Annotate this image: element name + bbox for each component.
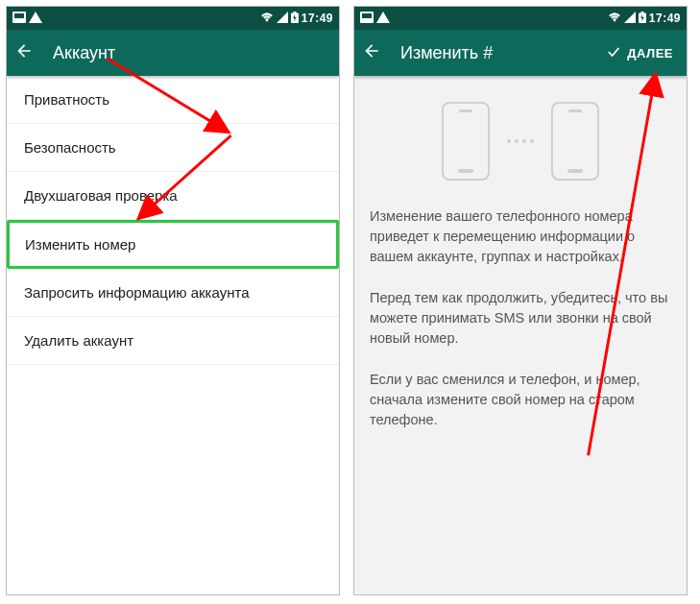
settings-list: ПриватностьБезопасностьДвухшаговая прове… [7, 76, 339, 594]
battery-icon [639, 12, 646, 26]
signal-icon [277, 12, 288, 26]
appbar: Изменить # ДАЛЕЕ [354, 30, 687, 76]
app-icon [360, 12, 374, 26]
change-number-body: Изменение вашего телефонного номера прив… [354, 76, 687, 594]
warning-icon [29, 12, 42, 26]
svg-rect-9 [640, 12, 643, 13]
signal-icon [624, 12, 636, 26]
new-phone-icon [551, 102, 599, 181]
check-icon [606, 44, 621, 62]
settings-item[interactable]: Приватность [7, 76, 339, 124]
old-phone-icon [442, 102, 490, 181]
next-button-label: ДАЛЕЕ [627, 46, 673, 60]
settings-item-label: Безопасность [24, 139, 116, 156]
phone-transfer-illustration [370, 89, 671, 185]
svg-rect-1 [14, 13, 24, 18]
battery-icon [291, 12, 299, 26]
svg-rect-7 [362, 13, 372, 18]
settings-item-label: Запросить информацию аккаунта [24, 284, 249, 301]
wifi-icon [608, 12, 621, 26]
settings-item[interactable]: Удалить аккаунт [7, 317, 339, 365]
appbar-title: Аккаунт [53, 43, 331, 63]
appbar-title: Изменить # [400, 43, 581, 63]
wifi-icon [260, 12, 274, 26]
settings-item-label: Удалить аккаунт [24, 332, 133, 349]
phone-left: 17:49 Аккаунт ПриватностьБезопасностьДву… [6, 6, 340, 595]
status-clock: 17:49 [649, 12, 681, 25]
settings-item-label: Изменить номер [25, 236, 135, 253]
settings-item[interactable]: Изменить номер [7, 220, 339, 269]
appbar: Аккаунт [7, 30, 339, 76]
dots-icon [507, 139, 534, 143]
back-icon[interactable] [14, 41, 34, 64]
info-paragraph-1: Изменение вашего телефонного номера прив… [370, 206, 671, 267]
app-icon [12, 12, 26, 26]
svg-rect-3 [293, 12, 296, 13]
info-paragraph-3: Если у вас сменился и телефон, и номер, … [370, 370, 671, 430]
settings-item[interactable]: Запросить информацию аккаунта [7, 269, 339, 317]
info-paragraph-2: Перед тем как продолжить, убедитесь, что… [370, 288, 671, 349]
status-clock: 17:49 [302, 12, 333, 25]
phone-right: 17:49 Изменить # ДАЛЕЕ Изменение вашего … [353, 6, 688, 595]
back-icon[interactable] [362, 41, 381, 64]
settings-item[interactable]: Двухшаговая проверка [7, 172, 339, 220]
warning-icon [376, 12, 390, 26]
statusbar: 17:49 [354, 7, 687, 30]
statusbar: 17:49 [7, 7, 339, 30]
settings-item-label: Приватность [24, 91, 109, 108]
settings-item[interactable]: Безопасность [7, 124, 339, 172]
next-button[interactable]: ДАЛЕЕ [600, 38, 679, 68]
settings-item-label: Двухшаговая проверка [24, 187, 178, 204]
